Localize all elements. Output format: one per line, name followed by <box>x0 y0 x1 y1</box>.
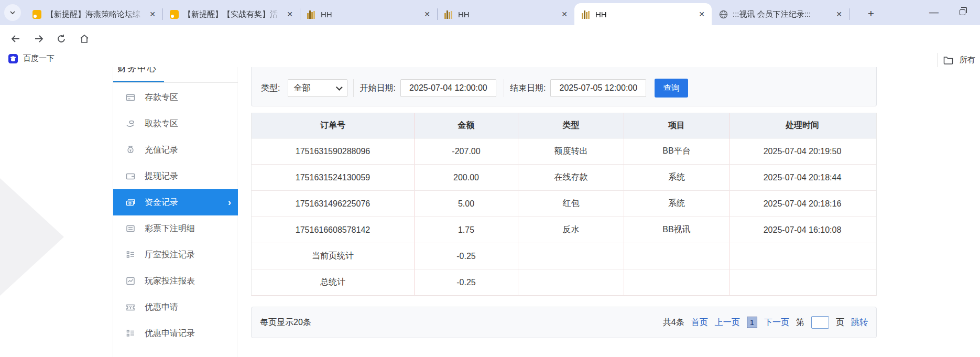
table-cell: 1751616608578142 <box>252 217 415 243</box>
start-date-input[interactable]: 2025-07-04 12:00:00 <box>400 79 496 97</box>
table-cell: 反水 <box>518 217 624 243</box>
sidebar-item-存款专区[interactable]: 存款专区 <box>113 84 238 111</box>
sidebar-section-title-clipped: 财务中心 <box>117 67 180 79</box>
window-restore-button[interactable] <box>952 3 973 21</box>
table-cell: 系统 <box>624 191 729 217</box>
jump-suffix-label: 页 <box>836 317 844 328</box>
baidu-favicon <box>8 54 18 63</box>
table-header-row: 订单号金额类型项目处理时间 <box>252 113 876 138</box>
table-row: 当前页统计-0.25 <box>252 243 876 269</box>
end-date-input[interactable]: 2025-07-05 12:00:00 <box>550 79 646 97</box>
back-button[interactable] <box>7 30 25 48</box>
sidebar-item-label: 厅室投注记录 <box>145 250 195 261</box>
bookmark-label: 百度一下 <box>23 53 55 63</box>
background-triangle-watermark <box>0 178 64 296</box>
pagination-controls: 共4条 首页 上一页 1 下一页 第 页 跳转 <box>663 316 868 329</box>
browser-tab[interactable]: HH✕ <box>574 3 712 25</box>
banknotes-icon <box>126 198 135 207</box>
table-row: 17516314962250765.00红包系统2025-07-04 20:18… <box>252 191 876 217</box>
table-cell: 2025-07-04 20:19:50 <box>729 138 875 164</box>
first-page-link[interactable]: 首页 <box>691 317 708 328</box>
sidebar-item-厅室投注记录[interactable]: 厅室投注记录 <box>113 242 238 268</box>
table-cell <box>518 269 624 295</box>
table-cell: -207.00 <box>415 138 518 164</box>
table-row: 1751631524130059200.00在线存款系统2025-07-04 2… <box>252 165 876 191</box>
tab-close-icon[interactable]: ✕ <box>422 10 432 18</box>
table-cell: 红包 <box>518 191 624 217</box>
forward-button[interactable] <box>30 30 48 48</box>
browser-tab[interactable]: HH✕ <box>300 3 437 25</box>
total-count-text: 共4条 <box>663 317 684 328</box>
sidebar-item-优惠申请记录[interactable]: 优惠申请记录 <box>113 320 238 347</box>
tab-close-icon[interactable]: ✕ <box>560 10 569 18</box>
bookmarks-bar: 百度一下 所有 <box>0 53 980 67</box>
browser-tab[interactable]: 【新提醒】【实战有奖】活✕ <box>162 3 300 25</box>
sidebar-item-充值记录[interactable]: 充值记录 <box>113 137 238 163</box>
filter-divider <box>353 79 354 97</box>
table-cell: BB视讯 <box>624 217 729 243</box>
chart-icon <box>126 276 135 286</box>
table-cell: 在线存款 <box>518 165 624 190</box>
table-header-cell: 处理时间 <box>729 113 875 138</box>
tab-close-icon[interactable]: ✕ <box>285 10 295 18</box>
hh-gold-bars-favicon <box>582 10 591 19</box>
sidebar-item-彩票下注明细[interactable]: 彩票下注明细 <box>113 215 238 242</box>
browser-tab-strip: 【新提醒】海燕策略论坛综✕【新提醒】【实战有奖】活✕HH✕HH✕HH✕:::视讯… <box>0 0 980 25</box>
tab-search-button[interactable] <box>4 4 21 21</box>
jump-prefix-label: 第 <box>796 317 804 328</box>
table-cell: BB平台 <box>624 138 729 164</box>
table-cell: 200.00 <box>415 165 518 190</box>
sidebar-item-取款专区[interactable]: 取款专区 <box>113 111 238 137</box>
start-date-label: 开始日期: <box>360 83 395 94</box>
home-button[interactable] <box>75 30 93 48</box>
reload-icon <box>56 34 67 44</box>
sidebar-item-优惠申请[interactable]: 优惠申请 <box>113 294 238 320</box>
all-bookmarks-button[interactable]: 所有 <box>938 53 980 67</box>
list-check-icon <box>126 250 135 259</box>
prev-page-link[interactable]: 上一页 <box>715 317 740 328</box>
filter-panel: 类型: 全部 开始日期: 2025-07-04 12:00:00 结束日期: 2… <box>251 67 877 106</box>
hh-gold-bars-favicon <box>307 10 316 19</box>
type-select[interactable]: 全部 <box>288 79 347 97</box>
sidebar-item-label: 彩票下注明细 <box>145 223 195 234</box>
forward-arrow-icon <box>34 34 44 44</box>
chevron-down-icon <box>9 9 16 16</box>
table-cell: 1.75 <box>415 217 518 243</box>
query-button[interactable]: 查询 <box>655 79 688 98</box>
bookmark-baidu[interactable]: 百度一下 <box>8 53 55 63</box>
sidebar-item-玩家投注报表[interactable]: 玩家投注报表 <box>113 268 238 294</box>
sidebar-item-提现记录[interactable]: 提现记录 <box>113 163 238 189</box>
table-cell: 总统计 <box>252 269 415 295</box>
sidebar-item-label: 优惠申请 <box>145 302 178 313</box>
new-tab-button[interactable]: + <box>864 6 878 21</box>
jump-page-input[interactable] <box>811 316 829 329</box>
browser-tab[interactable]: HH✕ <box>437 3 574 25</box>
sidebar-item-资金记录[interactable]: 资金记录› <box>113 189 238 215</box>
next-page-link[interactable]: 下一页 <box>764 317 789 328</box>
table-cell: -0.25 <box>415 243 518 269</box>
table-cell: 2025-07-04 20:18:16 <box>729 191 875 217</box>
tab-close-icon[interactable]: ✕ <box>148 10 157 18</box>
globe-icon <box>719 10 728 19</box>
table-row: 17516166085781421.75反水BB视讯2025-07-04 16:… <box>252 217 876 243</box>
tab-title: 【新提醒】【实战有奖】活 <box>183 9 280 19</box>
table-cell <box>518 243 624 269</box>
tab-close-icon[interactable]: ✕ <box>834 10 844 18</box>
type-select-value: 全部 <box>293 83 338 94</box>
browser-tabs: 【新提醒】海燕策略论坛综✕【新提醒】【实战有奖】活✕HH✕HH✕HH✕:::视讯… <box>25 3 849 25</box>
tab-close-icon[interactable]: ✕ <box>697 10 706 18</box>
table-cell: 2025-07-04 16:10:08 <box>729 217 875 243</box>
current-page-badge[interactable]: 1 <box>747 317 757 328</box>
browser-tab[interactable]: :::视讯 会员下注纪录:::✕ <box>712 3 849 25</box>
sidebar-item-label: 存款专区 <box>145 92 178 103</box>
browser-tab[interactable]: 【新提醒】海燕策略论坛综✕ <box>25 3 162 25</box>
tab-title: 【新提醒】海燕策略论坛综 <box>46 9 143 19</box>
jump-link[interactable]: 跳转 <box>851 317 868 328</box>
window-minimize-button[interactable]: — <box>923 3 944 21</box>
hh-gold-bars-favicon <box>444 10 453 19</box>
sidebar-item-label: 取款专区 <box>145 118 178 129</box>
sidebar-item-label: 提现记录 <box>145 171 178 182</box>
browser-address-bar: yl756.com/hhcp/usercenter.html?iniType=6 <box>0 25 980 53</box>
tab-title: :::视讯 会员下注纪录::: <box>733 9 830 19</box>
reload-button[interactable] <box>52 30 70 48</box>
